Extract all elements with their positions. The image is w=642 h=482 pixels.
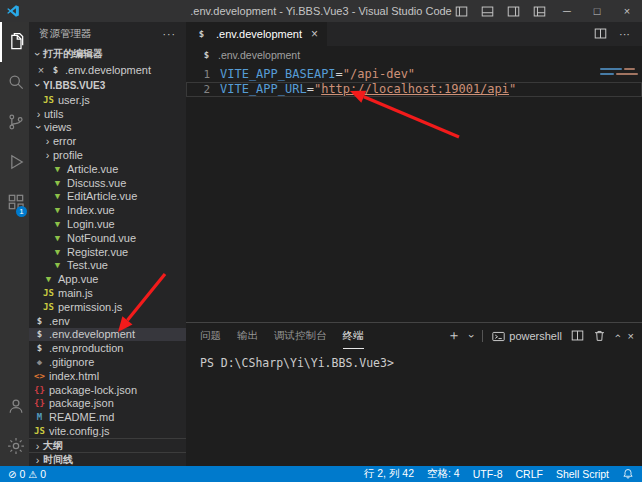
tree-item-utils[interactable]: ›utils [29, 107, 186, 121]
more-actions-icon[interactable]: ··· [163, 28, 177, 40]
tree-item-vite.config.js[interactable]: JSvite.config.js [29, 424, 186, 438]
chevron-down-icon[interactable]: › [465, 334, 477, 338]
tree-item-error[interactable]: ›error [29, 134, 186, 148]
toggle-primary-sidebar-icon[interactable] [448, 0, 474, 22]
tree-item-.env[interactable]: $.env [29, 314, 186, 328]
file-name: .gitignore [49, 356, 94, 368]
tree-item-package-lock.json[interactable]: {}package-lock.json [29, 383, 186, 397]
close-icon[interactable]: × [35, 64, 47, 76]
tree-item-Article.vue[interactable]: ▼Article.vue [29, 162, 186, 176]
code-line-1[interactable]: 1VITE_APP_BASEAPI="/api-dev" [186, 67, 642, 82]
js-file-icon: JS [42, 302, 55, 312]
new-terminal-icon[interactable]: ＋ [447, 327, 461, 345]
tree-item-Test.vue[interactable]: ▼Test.vue [29, 259, 186, 273]
tree-item-permission.js[interactable]: JSpermission.js [29, 300, 186, 314]
code-editor[interactable]: 1VITE_APP_BASEAPI="/api-dev"2VITE_APP_UR… [186, 64, 642, 322]
maximize-button[interactable]: □ [582, 0, 612, 22]
explorer-icon[interactable] [0, 22, 29, 62]
tree-item-views[interactable]: ›views [29, 121, 186, 135]
chevron-collapsed-icon: › [42, 135, 53, 147]
tree-item-README.md[interactable]: MREADME.md [29, 410, 186, 424]
settings-gear-icon[interactable] [0, 426, 29, 466]
open-editors-section[interactable]: › 打开的编辑器 [29, 46, 186, 62]
project-section[interactable]: › YI.BBS.VUE3 [29, 77, 186, 93]
vue-file-icon: ▼ [51, 260, 64, 270]
problems-status[interactable]: ⊘ 0 ⚠ 0 [8, 468, 46, 480]
file-name: .env.development [49, 328, 135, 340]
js-file-icon: JS [42, 288, 55, 298]
maximize-panel-icon[interactable]: › [611, 334, 623, 338]
file-tree: JSuser.js›utils›views›error›profile▼Arti… [29, 93, 186, 438]
open-editors-label: 打开的编辑器 [43, 47, 103, 61]
eol-status[interactable]: CRLF [515, 468, 542, 480]
kill-terminal-icon[interactable] [593, 329, 606, 344]
tree-item-package.json[interactable]: {}package.json [29, 397, 186, 411]
tree-item-EditArticle.vue[interactable]: ▼EditArticle.vue [29, 190, 186, 204]
customize-layout-icon[interactable] [526, 0, 552, 22]
panel-tab-problems[interactable]: 问题 [200, 323, 221, 349]
file-name: main.js [58, 287, 93, 299]
shell-file-icon: $ [200, 50, 213, 60]
file-name: views [44, 121, 72, 133]
encoding-status[interactable]: UTF-8 [473, 468, 503, 480]
close-tab-icon[interactable]: × [311, 27, 318, 41]
toggle-panel-icon[interactable] [474, 0, 500, 22]
code-line-2[interactable]: 2VITE_APP_URL="http://localhost:19001/ap… [186, 82, 642, 97]
split-terminal-icon[interactable] [571, 329, 584, 344]
outline-section[interactable]: › 大纲 [29, 438, 186, 452]
terminal[interactable]: PS D:\CSharp\Yi\Yi.BBS.Vue3> [186, 349, 642, 466]
source-control-icon[interactable] [0, 102, 29, 142]
split-editor-icon[interactable] [594, 27, 607, 42]
tree-item-.env.development[interactable]: $.env.development [29, 328, 186, 342]
panel-tab-debug-console[interactable]: 调试控制台 [274, 323, 327, 349]
tree-item-main.js[interactable]: JSmain.js [29, 286, 186, 300]
minimize-button[interactable]: ─ [552, 0, 582, 22]
tree-item-App.vue[interactable]: ▼App.vue [29, 272, 186, 286]
terminal-prompt: PS D:\CSharp\Yi\Yi.BBS.Vue3> [200, 356, 394, 370]
code-lines: 1VITE_APP_BASEAPI="/api-dev"2VITE_APP_UR… [186, 67, 642, 97]
tree-item-Index.vue[interactable]: ▼Index.vue [29, 203, 186, 217]
tree-item-NotFound.vue[interactable]: ▼NotFound.vue [29, 231, 186, 245]
outline-label: 大纲 [43, 439, 63, 453]
close-button[interactable]: × [612, 0, 642, 22]
tab-env-development[interactable]: $ .env.development × [186, 22, 327, 46]
chevron-collapsed-icon: › [33, 108, 44, 120]
code-token: = [307, 82, 314, 96]
close-panel-icon[interactable]: × [628, 330, 634, 342]
terminal-instance-powershell[interactable]: powershell [492, 330, 562, 343]
accounts-icon[interactable] [0, 386, 29, 426]
tree-item-index.html[interactable]: <>index.html [29, 369, 186, 383]
error-count: 0 [19, 468, 25, 480]
error-icon: ⊘ [8, 469, 16, 480]
breadcrumb[interactable]: $ .env.development [186, 46, 642, 64]
file-name: permission.js [58, 301, 122, 313]
search-icon[interactable] [0, 62, 29, 102]
panel-tab-terminal[interactable]: 终端 [343, 323, 364, 349]
extensions-icon[interactable]: 1 [0, 182, 29, 222]
notifications-bell-icon[interactable] [622, 468, 634, 480]
tree-item-.env.production[interactable]: $.env.production [29, 341, 186, 355]
sidebar-title: 资源管理器 [39, 27, 92, 41]
js-file-icon: JS [42, 95, 55, 105]
tree-item-Register.vue[interactable]: ▼Register.vue [29, 245, 186, 259]
toggle-secondary-sidebar-icon[interactable] [500, 0, 526, 22]
file-name: error [53, 135, 76, 147]
more-actions-icon[interactable]: ··· [619, 28, 630, 40]
language-mode[interactable]: Shell Script [556, 468, 609, 480]
tree-item-Login.vue[interactable]: ▼Login.vue [29, 217, 186, 231]
run-debug-icon[interactable] [0, 142, 29, 182]
json-file-icon: {} [33, 398, 46, 408]
tree-item-.gitignore[interactable]: ◆.gitignore [29, 355, 186, 369]
timeline-section[interactable]: › 时间线 [29, 452, 186, 466]
panel-tab-output[interactable]: 输出 [237, 323, 258, 349]
tree-item-profile[interactable]: ›profile [29, 148, 186, 162]
open-editor-item[interactable]: × $ .env.development [29, 62, 186, 77]
indentation-status[interactable]: 空格: 4 [427, 467, 460, 481]
file-name: package-lock.json [49, 384, 137, 396]
js-file-icon: JS [33, 426, 46, 436]
minimap[interactable] [596, 64, 642, 322]
tree-item-Discuss.vue[interactable]: ▼Discuss.vue [29, 176, 186, 190]
cursor-position[interactable]: 行 2, 列 42 [364, 467, 414, 481]
editor-tab-bar: $ .env.development × ··· [186, 22, 642, 46]
tree-item-user.js[interactable]: JSuser.js [29, 93, 186, 107]
